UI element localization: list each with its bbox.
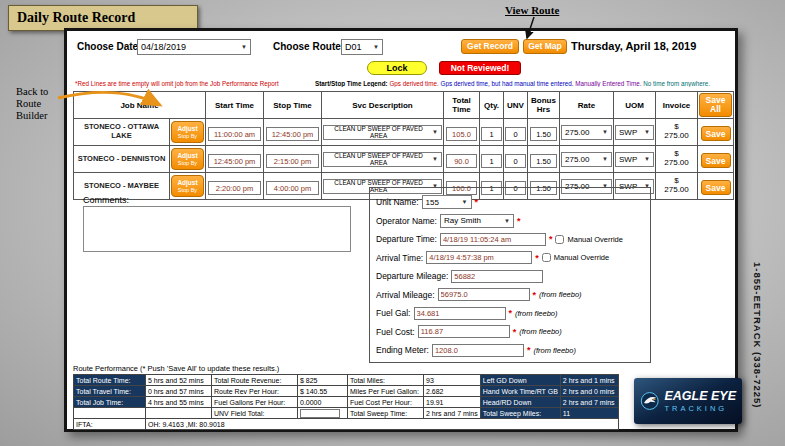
start-time-input[interactable] <box>208 127 261 141</box>
route-performance-note: Route Performance (* Push 'Save All' to … <box>73 364 279 373</box>
arrival-mileage-label: Arrival Mileage: <box>376 290 435 300</box>
qty-input[interactable] <box>481 127 501 141</box>
fuel-gal-input[interactable] <box>414 307 506 320</box>
summary-row: Total Job Time: 4 hrs and 55 mins Fuel G… <box>74 397 619 408</box>
summary-value <box>146 408 212 419</box>
manual-override-checkbox[interactable] <box>542 253 551 262</box>
summary-value: 93 <box>424 375 481 386</box>
departure-mileage-input[interactable] <box>451 270 543 283</box>
choose-route-select[interactable]: D01 ▼ <box>341 39 383 55</box>
adjust-button[interactable]: AdjustStop By <box>171 148 204 170</box>
unit-name-select[interactable]: 155▼ <box>422 195 472 209</box>
stop-time-input[interactable] <box>266 154 319 168</box>
chevron-down-icon: ▼ <box>432 156 438 162</box>
required-asterisk: * <box>533 290 537 300</box>
summary-value: 11 <box>560 408 618 419</box>
summary-label: Miles Per Fuel Gallon: <box>348 386 424 397</box>
arrival-mileage-input[interactable] <box>438 288 530 301</box>
summary-row: Total Route Time: 5 hrs and 52 mins Tota… <box>74 375 619 386</box>
manual-override-checkbox[interactable] <box>555 235 564 244</box>
save-button[interactable]: Save <box>701 126 731 141</box>
save-all-button[interactable]: Save All <box>699 93 732 117</box>
adjust-button[interactable]: AdjustStop By <box>171 121 204 143</box>
manual-override-label: Manual Override <box>567 235 622 244</box>
stop-time-input[interactable] <box>266 181 319 195</box>
uom-select[interactable]: SWP▼ <box>615 125 654 140</box>
summary-label: IFTA: <box>74 419 146 430</box>
adjust-button[interactable]: AdjustStop By <box>171 175 204 197</box>
required-asterisk: * <box>549 234 553 244</box>
arrival-time-label: Arrival Time: <box>376 253 423 263</box>
chevron-down-icon: ▼ <box>644 156 650 162</box>
summary-value: 0 hrs and 57 mins <box>146 386 212 397</box>
from-fleebo-note: (from fleebo) <box>539 290 582 299</box>
phone-number: 1-855-EETRACK (338-7225) <box>752 262 763 409</box>
summary-label: Total Sweep Miles: <box>480 408 560 419</box>
ending-meter-input[interactable] <box>432 344 524 357</box>
chevron-down-icon: ▼ <box>644 129 650 135</box>
job-row: STONECO - DENNISTON AdjustStop By CLEAN … <box>74 146 734 173</box>
bonus-hrs-input[interactable] <box>530 127 558 141</box>
page: Daily Route Record View Route Back to Ro… <box>0 0 785 446</box>
fuel-cost-input[interactable] <box>418 325 510 338</box>
summary-label: Head/RD Down <box>480 397 560 408</box>
summary-value: 5 hrs and 52 mins <box>146 375 212 386</box>
view-route-link[interactable]: View Route <box>505 4 559 16</box>
total-time-input[interactable] <box>446 127 478 141</box>
arrival-time-input[interactable] <box>426 251 532 264</box>
chevron-down-icon: ▼ <box>432 129 438 135</box>
total-time-input[interactable] <box>446 154 478 168</box>
uom-select[interactable]: SWP▼ <box>615 152 654 167</box>
invoice-amount: $275.00 <box>656 173 698 200</box>
summary-value: $ 825 <box>298 375 348 386</box>
invoice-amount: $275.00 <box>656 146 698 173</box>
save-button[interactable]: Save <box>701 153 731 168</box>
comments-textarea[interactable] <box>83 206 351 252</box>
logo-line2: TRACKING <box>664 404 736 413</box>
col-header-svc-description: Svc Description <box>322 92 444 119</box>
required-asterisk: * <box>509 308 513 318</box>
rate-select[interactable]: 275.00▼ <box>561 125 612 140</box>
chevron-down-icon: ▼ <box>504 218 510 224</box>
unv-input[interactable] <box>505 127 525 141</box>
operator-name-select[interactable]: Ray Smith▼ <box>440 214 514 228</box>
col-header-rate: Rate <box>560 92 614 119</box>
required-asterisk: * <box>535 253 539 263</box>
col-header-start-time: Start Time <box>206 92 264 119</box>
bonus-hrs-input[interactable] <box>530 154 558 168</box>
rate-select[interactable]: 275.00▼ <box>561 152 612 167</box>
chevron-down-icon: ▼ <box>373 44 379 50</box>
required-asterisk: * <box>527 345 531 355</box>
departure-mileage-label: Departure Mileage: <box>376 271 448 281</box>
jobs-table: Job Name Start Time Stop Time Svc Descri… <box>73 91 734 200</box>
unv-field-total-input[interactable] <box>300 409 340 418</box>
summary-label: Total Miles: <box>348 375 424 386</box>
summary-value: 19.91 <box>424 397 481 408</box>
departure-time-input[interactable] <box>440 233 546 246</box>
from-fleebo-note: (from fleebo) <box>533 346 576 355</box>
legend-item: Gps derived time, but had manual time en… <box>441 80 574 87</box>
start-time-input[interactable] <box>208 154 261 168</box>
not-reviewed-button[interactable]: Not Reviewed! <box>439 61 521 75</box>
operator-name-label: Operator Name: <box>376 216 437 226</box>
legend-label: Start/Stop Time Legend: <box>315 80 388 87</box>
summary-value: 2 hrs and 0 mins <box>560 386 618 397</box>
col-header-job-name: Job Name <box>74 92 206 119</box>
svc-description-select[interactable]: CLEAN UP SWEEP OF PAVED AREA▼ <box>323 152 442 167</box>
back-to-route-builder-label: Back to Route Builder <box>16 86 48 122</box>
invoice-amount: $275.00 <box>656 119 698 146</box>
save-button[interactable]: Save <box>701 180 731 195</box>
chevron-down-icon: ▼ <box>241 44 247 50</box>
job-row: STONECO - OTTAWA LAKE AdjustStop By CLEA… <box>74 119 734 146</box>
lock-button[interactable]: Lock <box>367 61 427 75</box>
unv-input[interactable] <box>505 154 525 168</box>
get-record-button[interactable]: Get Record <box>461 39 519 54</box>
svc-description-select[interactable]: CLEAN UP SWEEP OF PAVED AREA▼ <box>323 125 442 140</box>
choose-date-select[interactable]: 04/18/2019 ▼ <box>137 39 251 55</box>
get-map-button[interactable]: Get Map <box>523 39 567 54</box>
stop-time-input[interactable] <box>266 127 319 141</box>
qty-input[interactable] <box>481 154 501 168</box>
summary-row: Total Travel Time: 0 hrs and 57 mins Rou… <box>74 386 619 397</box>
legend-item: Manually Entered Time. <box>575 80 641 87</box>
start-time-input[interactable] <box>208 181 261 195</box>
